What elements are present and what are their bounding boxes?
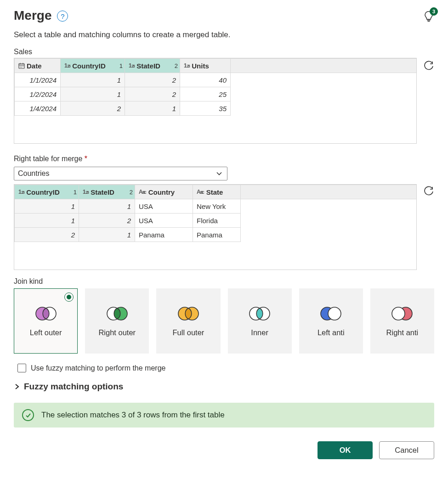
ok-button[interactable]: OK xyxy=(318,441,373,459)
join-option-left-anti[interactable]: Left anti xyxy=(299,288,363,354)
number-type-icon: 123 xyxy=(83,189,89,195)
right-table-select[interactable]: Countries xyxy=(14,167,227,180)
tips-icon[interactable]: 3 xyxy=(423,10,434,22)
chevron-right-icon xyxy=(14,383,20,390)
number-type-icon: 123 xyxy=(18,189,24,195)
number-type-icon: 123 xyxy=(64,62,70,69)
svg-point-22 xyxy=(392,307,405,320)
svg-point-20 xyxy=(328,307,341,320)
col-country[interactable]: ABC Country xyxy=(135,185,193,199)
number-type-icon: 123 xyxy=(129,62,135,69)
join-option-right-outer[interactable]: Right outer xyxy=(85,288,149,354)
join-option-left-outer[interactable]: Left outer xyxy=(14,288,78,354)
left-table[interactable]: Date 123 CountryID 1 123 StateID 2 123 xyxy=(14,58,416,143)
col-date[interactable]: Date xyxy=(15,59,61,73)
venn-full-outer-icon xyxy=(176,305,201,322)
number-type-icon: 123 xyxy=(184,62,190,69)
table-row[interactable]: 2 1 Panama Panama xyxy=(15,228,417,242)
dialog-title: Merge xyxy=(14,8,51,23)
join-option-right-anti[interactable]: Right anti xyxy=(370,288,434,354)
table-row[interactable]: 1/2/2024 1 2 25 xyxy=(15,87,417,101)
text-type-icon: ABC xyxy=(139,189,147,195)
dialog-subtitle: Select a table and matching columns to c… xyxy=(14,30,434,39)
right-table-select-label: Right table for merge * xyxy=(14,155,434,163)
join-option-full-outer[interactable]: Full outer xyxy=(156,288,220,354)
col-stateid[interactable]: 123 StateID 2 xyxy=(125,59,180,73)
text-type-icon: ABC xyxy=(197,189,204,195)
chevron-down-icon xyxy=(216,170,222,177)
venn-right-anti-icon xyxy=(389,305,415,322)
col-countryid[interactable]: 123 CountryID 1 xyxy=(15,185,79,199)
calendar-icon xyxy=(18,62,25,69)
match-status: The selection matches 3 of 3 rows from t… xyxy=(14,403,434,428)
cancel-button[interactable]: Cancel xyxy=(379,441,434,459)
fuzzy-options-expander[interactable]: Fuzzy matching options xyxy=(14,382,434,392)
col-countryid[interactable]: 123 CountryID 1 xyxy=(61,59,125,73)
refresh-left-icon[interactable] xyxy=(423,61,434,72)
left-table-label: Sales xyxy=(14,48,434,56)
venn-inner-icon xyxy=(247,305,272,322)
col-units[interactable]: 123 Units xyxy=(180,59,231,73)
venn-left-outer-icon xyxy=(33,305,59,322)
check-circle-icon xyxy=(22,409,34,421)
col-stateid[interactable]: 123 StateID 2 xyxy=(79,185,135,199)
col-state[interactable]: ABC State xyxy=(193,185,241,199)
radio-selected-icon xyxy=(64,292,74,302)
refresh-right-icon[interactable] xyxy=(423,186,434,197)
venn-left-anti-icon xyxy=(318,305,344,322)
join-kind-label: Join kind xyxy=(14,277,434,286)
table-row[interactable]: 1/1/2024 1 2 40 xyxy=(15,73,417,87)
venn-right-outer-icon xyxy=(104,305,130,322)
join-option-inner[interactable]: Inner xyxy=(228,288,292,354)
table-row[interactable]: 1 2 USA Florida xyxy=(15,214,417,228)
table-row[interactable]: 1 1 USA New York xyxy=(15,199,417,214)
tips-badge: 3 xyxy=(430,7,438,16)
fuzzy-checkbox[interactable] xyxy=(17,364,26,372)
fuzzy-checkbox-label: Use fuzzy matching to perform the merge xyxy=(31,364,165,372)
table-row[interactable]: 1/4/2024 2 1 35 xyxy=(15,101,417,116)
help-icon[interactable]: ? xyxy=(57,11,68,22)
right-table[interactable]: 123 CountryID 1 123 StateID 2 ABC Countr… xyxy=(14,185,416,270)
